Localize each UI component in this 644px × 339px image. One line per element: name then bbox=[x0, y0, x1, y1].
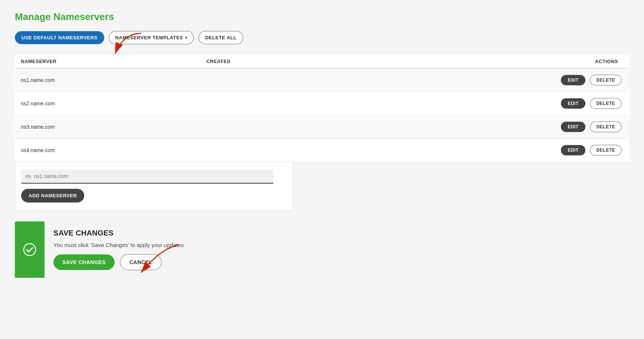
table-row: ns3.name.com EDIT DELETE bbox=[15, 115, 629, 139]
toolbar: USE DEFAULT NAMESERVERS NAMESERVER TEMPL… bbox=[15, 31, 629, 45]
nameserver-input[interactable] bbox=[21, 170, 273, 184]
nameserver-templates-button[interactable]: NAMESERVER TEMPLATES ▾ bbox=[109, 31, 194, 45]
nameserver-cell: ns3.name.com bbox=[15, 115, 200, 139]
svg-point-2 bbox=[24, 244, 36, 256]
nameserver-cell: ns2.name.com bbox=[15, 92, 200, 115]
add-nameserver-row: ADD NAMESERVER bbox=[15, 162, 293, 210]
created-cell bbox=[200, 139, 341, 162]
col-header-created: CREATED bbox=[200, 55, 341, 68]
created-cell bbox=[200, 115, 341, 139]
save-changes-banner: SAVE CHANGES You must click 'Save Change… bbox=[15, 221, 293, 278]
table-row: ns4.name.com EDIT DELETE bbox=[15, 139, 629, 162]
edit-button[interactable]: EDIT bbox=[561, 98, 585, 109]
save-changes-button[interactable]: SAVE CHANGES bbox=[53, 254, 115, 270]
delete-button[interactable]: DELETE bbox=[590, 145, 622, 156]
col-header-nameserver: NAMESERVER bbox=[15, 55, 200, 68]
col-header-actions: ACTIONS bbox=[341, 55, 629, 68]
chevron-down-icon: ▾ bbox=[185, 36, 187, 40]
save-banner-description: You must click 'Save Changes' to apply y… bbox=[53, 242, 184, 248]
save-banner-content: SAVE CHANGES You must click 'Save Change… bbox=[45, 221, 193, 278]
save-banner-icon bbox=[15, 221, 45, 278]
page-title: Manage Nameservers bbox=[15, 11, 629, 23]
actions-cell: EDIT DELETE bbox=[341, 92, 629, 115]
cancel-button[interactable]: CANCEL bbox=[120, 254, 162, 270]
nameserver-cell: ns4.name.com bbox=[15, 139, 200, 162]
add-nameserver-button[interactable]: ADD NAMESERVER bbox=[21, 189, 84, 203]
save-banner-actions: SAVE CHANGES CANCEL bbox=[53, 254, 184, 270]
nameserver-cell: ns1.name.com bbox=[15, 68, 200, 92]
delete-button[interactable]: DELETE bbox=[590, 75, 622, 86]
created-cell bbox=[200, 92, 341, 115]
delete-all-button[interactable]: DELETE ALL bbox=[198, 31, 243, 45]
edit-button[interactable]: EDIT bbox=[561, 122, 585, 132]
edit-button[interactable]: EDIT bbox=[561, 75, 585, 85]
delete-button[interactable]: DELETE bbox=[590, 98, 622, 109]
actions-cell: EDIT DELETE bbox=[341, 68, 629, 92]
delete-button[interactable]: DELETE bbox=[590, 121, 622, 132]
actions-cell: EDIT DELETE bbox=[341, 139, 629, 162]
edit-button[interactable]: EDIT bbox=[561, 145, 585, 155]
created-cell bbox=[200, 68, 341, 92]
table-row: ns2.name.com EDIT DELETE bbox=[15, 92, 629, 115]
nameserver-table: NAMESERVER CREATED ACTIONS ns1.name.com … bbox=[15, 55, 629, 162]
save-banner-title: SAVE CHANGES bbox=[53, 229, 184, 237]
use-default-nameservers-button[interactable]: USE DEFAULT NAMESERVERS bbox=[15, 31, 104, 44]
actions-cell: EDIT DELETE bbox=[341, 115, 629, 139]
table-row: ns1.name.com EDIT DELETE bbox=[15, 68, 629, 92]
